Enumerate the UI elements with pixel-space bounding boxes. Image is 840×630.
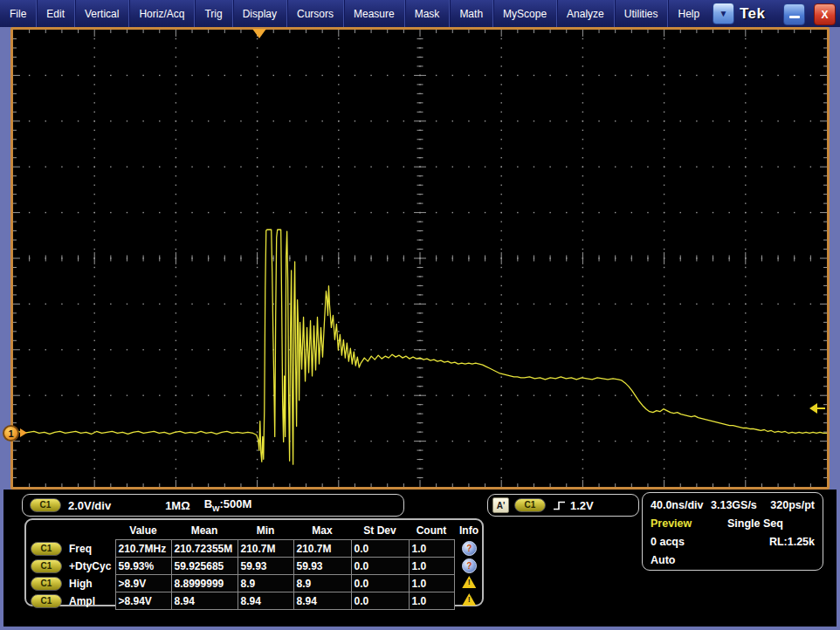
menu-file-label: File: [10, 8, 26, 20]
channel1-badge[interactable]: C1: [31, 559, 62, 573]
menu-help[interactable]: Help: [668, 0, 709, 27]
measurement-row-dtycyc: C1+DtyCyc 59.93% 59.925685 59.93 59.93 0…: [28, 558, 484, 575]
channel1-badge[interactable]: C1: [31, 577, 62, 591]
menu-trig-label: Trig: [204, 8, 222, 20]
freq-min: 210.7M: [238, 540, 293, 558]
high-mean: 8.8999999: [171, 575, 238, 592]
preview-status: Preview: [651, 517, 692, 530]
menu-measure[interactable]: Measure: [344, 0, 405, 27]
ampl-stdev: 0.0: [351, 592, 409, 610]
menu-trig[interactable]: Trig: [195, 0, 232, 27]
measurement-header-row: Value Mean Min Max St Dev Count Info: [28, 521, 484, 540]
measurement-row-ampl: C1Ampl >8.94V 8.94 8.94 8.94 0.0 1.0 !: [28, 592, 484, 610]
trigger-source-badge[interactable]: C1: [514, 498, 546, 512]
menu-mask[interactable]: Mask: [405, 0, 451, 27]
minimize-icon: [789, 16, 800, 18]
channel1-badge[interactable]: C1: [31, 542, 62, 556]
acq-mode-line: Preview Single Seq: [651, 517, 815, 531]
dtycyc-stdev: 0.0: [351, 558, 409, 575]
timebase-readout: 40.0ns/div: [651, 499, 703, 511]
freq-count: 1.0: [409, 540, 454, 558]
high-value: >8.9V: [115, 575, 171, 592]
vertical-scale-readout: 2.0V/div: [68, 499, 111, 512]
header-count: Count: [409, 521, 454, 540]
ampl-mean: 8.94: [171, 592, 238, 610]
measurement-row-high: C1High >8.9V 8.8999999 8.9 8.9 0.0 1.0 !: [28, 575, 484, 592]
menu-mask-label: Mask: [415, 8, 440, 20]
header-value: Value: [115, 521, 171, 540]
trigger-level-marker[interactable]: [809, 403, 825, 414]
menu-help-label: Help: [678, 8, 699, 20]
header-min: Min: [238, 521, 293, 540]
horizontal-acquisition-readout[interactable]: 40.0ns/div 3.13GS/s 320ps/pt Preview Sin…: [642, 492, 823, 571]
high-stdev: 0.0: [351, 575, 409, 592]
measurement-name: High: [69, 578, 93, 590]
channel1-badge[interactable]: C1: [31, 594, 62, 608]
measurement-table: Value Mean Min Max St Dev Count Info C1F…: [24, 518, 484, 606]
trigger-mode-readout: Auto: [651, 554, 675, 566]
menu-edit[interactable]: Edit: [37, 0, 75, 27]
acq-count-line: 0 acqs RL:1.25k: [651, 536, 815, 550]
menu-math-label: Math: [459, 8, 483, 20]
menu-bar: File Edit Vertical Horiz/Acq Trig Displa…: [0, 0, 840, 27]
menu-measure-label: Measure: [354, 8, 395, 20]
chevron-down-icon: ▼: [720, 9, 728, 18]
channel1-readout[interactable]: C1 2.0V/div 1MΩ BW:500M: [22, 494, 404, 517]
freq-mean: 210.72355M: [171, 540, 238, 558]
menu-myscope-label: MyScope: [503, 8, 547, 20]
termination-readout: 1MΩ BW:500M: [165, 497, 251, 513]
menu-utilities[interactable]: Utilities: [615, 0, 669, 27]
dtycyc-min: 59.93: [238, 558, 293, 575]
record-length-readout: RL:1.25k: [769, 536, 815, 548]
high-min: 8.9: [238, 575, 293, 592]
trigger-level-readout: 1.2V: [570, 499, 594, 512]
bandwidth-readout: BW:500M: [204, 497, 252, 513]
menu-horiz-acq-label: Horiz/Acq: [139, 8, 184, 20]
ampl-count: 1.0: [409, 592, 454, 610]
menu-cursors[interactable]: Cursors: [287, 0, 344, 27]
ampl-max: 8.94: [293, 592, 351, 610]
menu-edit-label: Edit: [46, 8, 65, 20]
timebase-line: 40.0ns/div 3.13GS/s 320ps/pt: [651, 499, 815, 513]
question-info-icon[interactable]: ?: [462, 558, 477, 573]
sample-rate-readout: 3.13GS/s: [711, 499, 757, 511]
close-button[interactable]: X: [814, 3, 836, 25]
tek-logo: Tek: [740, 0, 766, 27]
trigger-a-badge[interactable]: A': [492, 497, 509, 513]
dtycyc-count: 1.0: [409, 558, 454, 575]
trigger-position-marker[interactable]: [252, 29, 266, 38]
resolution-readout: 320ps/pt: [770, 499, 815, 511]
header-empty: [28, 521, 115, 540]
channel1-reference-marker[interactable]: 1: [3, 425, 19, 442]
trigger-readout[interactable]: A' C1 1.2V: [487, 494, 639, 517]
menu-math[interactable]: Math: [450, 0, 493, 27]
graticule-and-trace: [13, 30, 827, 487]
menu-display[interactable]: Display: [233, 0, 287, 27]
menu-myscope[interactable]: MyScope: [493, 0, 557, 27]
menu-analyze-label: Analyze: [567, 8, 604, 20]
question-info-icon[interactable]: ?: [462, 541, 477, 556]
channel1-marker-arrow-icon: [20, 428, 27, 437]
readout-panel: C1 2.0V/div 1MΩ BW:500M A' C1 1.2V 40.0n…: [3, 490, 837, 627]
trigger-mode-line: Auto: [651, 554, 815, 568]
channel1-badge[interactable]: C1: [30, 498, 61, 512]
menu-file[interactable]: File: [0, 0, 37, 27]
freq-stdev: 0.0: [351, 540, 409, 558]
menu-dropdown-button[interactable]: ▼: [713, 3, 734, 24]
ampl-min: 8.94: [238, 592, 293, 610]
waveform-display[interactable]: 1: [10, 27, 830, 490]
oscilloscope-app: { "window": { "brand": "Tek" }, "menu": …: [0, 0, 840, 630]
menu-analyze[interactable]: Analyze: [557, 0, 615, 27]
measurement-name: +DtyCyc: [69, 560, 111, 572]
menu-vertical[interactable]: Vertical: [75, 0, 129, 27]
header-mean: Mean: [171, 521, 238, 540]
header-stdev: St Dev: [351, 521, 409, 540]
minimize-button[interactable]: [783, 3, 805, 25]
measurement-name: Ampl: [69, 595, 95, 607]
warning-info-icon[interactable]: !: [462, 593, 476, 606]
menu-cursors-label: Cursors: [297, 8, 334, 20]
header-info: Info: [454, 521, 484, 540]
menu-utilities-label: Utilities: [624, 8, 658, 20]
warning-info-icon[interactable]: !: [462, 576, 476, 588]
menu-horiz-acq[interactable]: Horiz/Acq: [129, 0, 195, 27]
